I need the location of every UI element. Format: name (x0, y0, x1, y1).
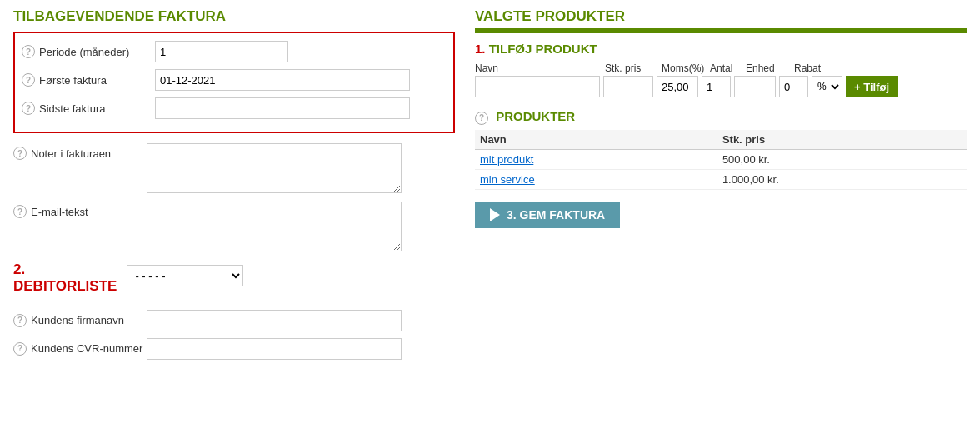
gem-arrow-icon (490, 208, 500, 222)
cvr-row: ? Kundens CVR-nummer (13, 337, 455, 361)
product-link[interactable]: mit produkt (480, 153, 533, 166)
tilfoej-button[interactable]: + Tilføj (846, 76, 898, 97)
add-product-headers: Navn Stk. pris Moms(%) Antal Enhed Rabat (475, 62, 967, 74)
periode-input[interactable] (155, 41, 288, 62)
add-naam-input[interactable] (475, 76, 600, 97)
noter-textarea[interactable] (147, 143, 402, 193)
product-navn: mit produkt (475, 149, 718, 169)
tilfoej-button-label: + Tilføj (854, 81, 889, 93)
col-stk-header: Stk. pris (605, 62, 658, 74)
prod-col-stk-th: Stk. pris (718, 130, 967, 150)
rabat-type-select[interactable]: % (812, 76, 842, 97)
firma-help-icon[interactable]: ? (13, 314, 27, 327)
add-moms-input[interactable] (657, 76, 698, 97)
periode-label: ? Periode (måneder) (22, 45, 155, 58)
cvr-help-icon[interactable]: ? (13, 342, 27, 356)
tilfoej-text: TILFØJ PRODUKT (489, 42, 598, 56)
firma-input[interactable] (147, 310, 402, 331)
sidste-faktura-label: ? Sidste faktura (22, 102, 155, 115)
email-row: ? E-mail-tekst (13, 202, 455, 251)
product-navn: min service (475, 169, 718, 189)
valgte-title: VALGTE PRODUKTER (475, 8, 967, 25)
recurring-settings-box: ? Periode (måneder) ? Første faktura ? S… (13, 32, 455, 133)
foerste-faktura-help-icon[interactable]: ? (22, 73, 35, 87)
email-label: ? E-mail-tekst (13, 202, 147, 218)
noter-label: ? Noter i fakturaen (13, 143, 147, 160)
gem-faktura-button[interactable]: 3. GEM FAKTURA (475, 202, 620, 228)
debitor-title: 2. DEBITORLISTE (13, 261, 117, 296)
produkter-help-icon[interactable]: ? (475, 112, 488, 125)
product-link[interactable]: min service (480, 173, 535, 186)
email-help-icon[interactable]: ? (13, 205, 27, 218)
product-stk-pris: 1.000,00 kr. (718, 169, 967, 189)
produkter-table: Navn Stk. pris mit produkt 500,00 kr. mi… (475, 130, 967, 190)
firma-label: ? Kundens firmanavn (13, 314, 147, 327)
produkter-title: ? PRODUKTER (475, 109, 967, 125)
product-stk-pris: 500,00 kr. (718, 149, 967, 169)
sidste-faktura-help-icon[interactable]: ? (22, 102, 35, 115)
col-moms-header: Moms(%) (662, 62, 707, 74)
periode-row: ? Periode (måneder) (22, 40, 447, 63)
prod-col-navn-th: Navn (475, 130, 718, 150)
table-row: mit produkt 500,00 kr. (475, 149, 967, 169)
debitor-section: 2. DEBITORLISTE - - - - - (13, 261, 455, 301)
foerste-faktura-label: ? Første faktura (22, 73, 155, 87)
gem-faktura-label: 3. GEM FAKTURA (507, 208, 605, 222)
green-bar (475, 28, 967, 33)
add-enhed-input[interactable] (734, 76, 776, 97)
col-rabat-header: Rabat (794, 62, 861, 74)
sidste-faktura-row: ? Sidste faktura (22, 97, 447, 120)
right-column: VALGTE PRODUKTER 1. TILFØJ PRODUKT Navn … (475, 8, 967, 366)
cvr-input[interactable] (147, 338, 402, 360)
add-product-row: % + Tilføj (475, 76, 967, 97)
noter-help-icon[interactable]: ? (13, 147, 27, 160)
add-stk-input[interactable] (603, 76, 653, 97)
col-antal-header: Antal (710, 62, 742, 74)
noter-row: ? Noter i fakturaen (13, 143, 455, 193)
email-textarea[interactable] (147, 202, 402, 251)
tilfoej-num: 1. (475, 42, 486, 56)
sidste-faktura-input[interactable] (155, 97, 410, 119)
main-title: TILBAGEVENDENDE FAKTURA (13, 8, 455, 25)
table-row: min service 1.000,00 kr. (475, 169, 967, 189)
left-column: TILBAGEVENDENDE FAKTURA ? Periode (måned… (13, 8, 455, 366)
add-rabat-input[interactable] (779, 76, 808, 97)
col-navn-header: Navn (475, 62, 602, 74)
debitor-select[interactable]: - - - - - (127, 265, 243, 286)
cvr-label: ? Kundens CVR-nummer (13, 342, 147, 356)
foerste-faktura-row: ? Første faktura (22, 68, 447, 92)
periode-help-icon[interactable]: ? (22, 45, 35, 58)
tilfoej-title: 1. TILFØJ PRODUKT (475, 42, 967, 56)
foerste-faktura-input[interactable] (155, 69, 410, 91)
col-enhed-header: Enhed (746, 62, 791, 74)
firma-row: ? Kundens firmanavn (13, 309, 455, 332)
add-antal-input[interactable] (702, 76, 731, 97)
